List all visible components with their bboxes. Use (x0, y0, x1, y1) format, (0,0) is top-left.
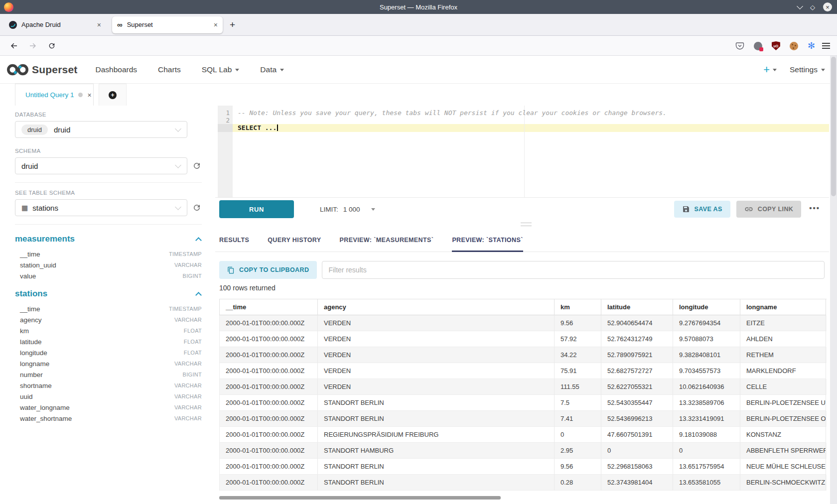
chevron-down-icon (175, 162, 181, 168)
filter-results-input[interactable] (322, 261, 825, 279)
schema-table-header[interactable]: measurements (15, 232, 202, 247)
chevron-down-icon (280, 69, 284, 71)
account-asterisk-icon[interactable]: ✻ (808, 41, 815, 50)
grid-cell: VERDEN (318, 363, 555, 379)
pocket-icon[interactable] (735, 41, 744, 50)
results-tab[interactable]: PREVIEW: `STATIONS` (452, 228, 523, 252)
results-tab-label: QUERY HISTORY (268, 237, 321, 244)
more-options-icon[interactable]: ••• (807, 204, 822, 215)
grid-cell: 9.181039088 (673, 427, 740, 443)
table-schema-select[interactable]: ▦ stations (15, 199, 187, 216)
save-as-button[interactable]: SAVE AS (674, 201, 730, 218)
window-minimize-icon[interactable] (797, 3, 803, 9)
grid-cell: 9.2767694354 (673, 315, 740, 331)
superset-logo[interactable]: Superset (6, 61, 77, 78)
database-select[interactable]: druid druid (15, 121, 187, 138)
grid-cell: AHLDEN (740, 331, 826, 347)
grid-cell: 2000-01-01T00:00:00.000Z (220, 347, 318, 363)
window-maximize-icon[interactable]: ◇ (810, 4, 815, 10)
schema-select[interactable]: druid (15, 157, 187, 174)
schema-table-section: measurements__timeTIMESTAMPstation_uuidV… (15, 232, 202, 281)
grid-column-header[interactable]: __time (220, 299, 318, 315)
copy-link-label: COPY LINK (758, 206, 793, 213)
window-close-icon[interactable]: × (823, 2, 832, 11)
grid-column-header[interactable]: km (555, 299, 601, 315)
copy-link-button[interactable]: COPY LINK (736, 201, 801, 218)
grid-cell: 75.91 (555, 363, 601, 379)
rows-returned-status: 100 rows returned (219, 284, 276, 292)
grid-cell: 9.57088073 (673, 331, 740, 347)
page-scrollbar-track[interactable] (830, 56, 837, 504)
grid-cell: BERLIN-SCHMOECKWITZ (740, 475, 826, 491)
results-tab[interactable]: QUERY HISTORY (268, 228, 321, 252)
column-type: TIMESTAMP (169, 251, 202, 257)
back-icon[interactable] (7, 36, 21, 56)
add-query-tab-button[interactable]: + (99, 84, 127, 106)
nav-item-dashboards[interactable]: Dashboards (95, 65, 137, 74)
schema-column-row: longnameVARCHAR (15, 358, 202, 369)
schema-column-row: __timeTIMESTAMP (15, 303, 202, 314)
grid-cell: 0 (601, 443, 673, 459)
superset-navbar: Superset Dashboards Charts SQL Lab Data … (0, 56, 837, 84)
line-number: 1 (226, 109, 230, 117)
browser-tab-superset[interactable]: ∞ Superset × (112, 16, 223, 33)
page-scrollbar-thumb[interactable] (831, 57, 836, 196)
browser-tab-apache-druid[interactable]: Apache Druid × (4, 16, 106, 33)
grid-cell: 2000-01-01T00:00:00.000Z (220, 443, 318, 459)
tab-close-icon[interactable]: × (207, 21, 218, 29)
column-name: __time (20, 305, 40, 313)
tab-close-icon[interactable]: × (90, 21, 101, 29)
grid-column-header[interactable]: longname (740, 299, 826, 315)
line-number: 2 (226, 117, 230, 124)
forward-icon[interactable] (26, 36, 40, 56)
nav-item-data[interactable]: Data (260, 65, 284, 74)
browser-toolbar: 172.18.0.4:32251/superset/sqllab/ ☆ uO ✻ (0, 36, 837, 56)
sql-editor[interactable]: 1 2 3 -- Note: Unless you save your quer… (215, 106, 829, 198)
new-tab-icon[interactable]: + (230, 19, 235, 30)
editor-comment-line: -- Note: Unless you save your query, the… (238, 109, 829, 117)
close-icon[interactable]: × (88, 91, 92, 99)
cookie-extension-icon[interactable] (790, 42, 798, 50)
results-tab[interactable]: PREVIEW: `MEASUREMENTS` (340, 228, 434, 252)
grid-row: 2000-01-01T00:00:00.000ZSTANDORT HAMBURG… (220, 443, 827, 459)
pane-resize-handle[interactable] (521, 223, 532, 226)
schema-table-name: stations (15, 289, 47, 299)
grid-cell: REGIERUNGSPRÄSIDIUM FREIBURG (318, 427, 555, 443)
limit-label: LIMIT: (320, 206, 338, 213)
grid-cell: BERLIN-PLOETZENSEE UP (740, 395, 826, 411)
nav-item-charts[interactable]: Charts (158, 65, 181, 74)
schema-table-header[interactable]: stations (15, 286, 202, 301)
active-line-gutter (218, 124, 233, 132)
new-item-button[interactable]: + (763, 64, 777, 75)
column-name: value (20, 272, 36, 280)
sqllab-left-sidebar: DATABASE druid druid SCHEMA druid SEE TA… (0, 106, 215, 504)
schema-table-section: stations__timeTIMESTAMPagencyVARCHARkmFL… (15, 286, 202, 424)
column-type: VARCHAR (174, 317, 202, 323)
settings-menu[interactable]: Settings (790, 65, 825, 74)
column-name: station_uuid (20, 261, 56, 269)
results-controls: COPY TO CLIPBOARD (215, 259, 829, 281)
grid-cell: 52.5430355447 (601, 395, 673, 411)
grid-cell: 9.56 (555, 315, 601, 331)
collapse-chevron-icon[interactable] (195, 237, 202, 244)
results-table: __timeagencykmlatitudelongitudelongname … (219, 299, 827, 491)
run-button[interactable]: RUN (219, 200, 294, 218)
grid-column-header[interactable]: agency (318, 299, 555, 315)
reload-icon[interactable] (45, 36, 59, 56)
copy-to-clipboard-button[interactable]: COPY TO CLIPBOARD (219, 261, 317, 279)
query-tab-untitled-query-1[interactable]: Untitled Query 1 × (15, 84, 94, 106)
menu-hamburger-icon[interactable] (822, 36, 830, 56)
grid-column-header[interactable]: latitude (601, 299, 673, 315)
collapse-chevron-icon[interactable] (195, 292, 202, 298)
grid-column-header[interactable]: longitude (673, 299, 740, 315)
extension-icon[interactable] (754, 42, 762, 50)
refresh-schema-icon[interactable] (192, 161, 202, 170)
horizontal-scrollbar-thumb[interactable] (219, 496, 501, 500)
column-type: BIGINT (183, 273, 202, 279)
results-tab[interactable]: RESULTS (219, 228, 249, 252)
ublock-origin-icon[interactable]: uO (772, 41, 780, 50)
nav-item-sql-lab[interactable]: SQL Lab (202, 65, 240, 74)
refresh-table-icon[interactable] (192, 203, 202, 212)
limit-dropdown[interactable]: LIMIT: 1 000 (320, 206, 375, 213)
schema-column-row: water_shortnameVARCHAR (15, 413, 202, 424)
